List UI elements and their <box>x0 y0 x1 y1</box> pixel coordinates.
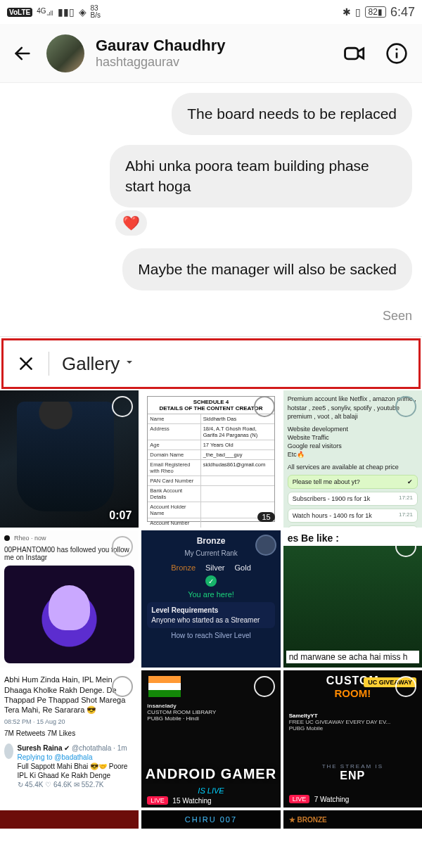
stream-subtitle: IS LIVE <box>141 786 280 795</box>
live-badge: LIVE <box>147 796 168 805</box>
clock: 6:47 <box>390 5 415 20</box>
signal-icon: ▮▮▯ <box>58 6 75 18</box>
stream-title: ANDROID GAMER <box>141 766 280 782</box>
message-list[interactable]: The board needs to be replaced Abhi unka… <box>0 83 422 306</box>
thumbnail-art <box>17 402 114 511</box>
media-thumbnail[interactable]: Premium account like Netflix , amazon pr… <box>283 390 422 528</box>
stream-info: insanelady CUSTOM ROOM LIBRARY PUBG Mobi… <box>147 703 216 722</box>
gallery-picker-header: Gallery <box>1 338 421 389</box>
avatar-icon <box>4 743 13 759</box>
media-thumbnail[interactable]: 0:07 <box>0 390 139 528</box>
form-preview: SCHEDULE 4 DETAILS OF THE CONTENT CREATO… <box>147 396 274 522</box>
gallery-source-label: Gallery <box>62 353 120 375</box>
check-icon: ✔ <box>407 478 413 486</box>
dot-icon <box>4 535 10 541</box>
username: hashtaggaurav <box>96 55 328 70</box>
svg-point-4 <box>395 48 397 50</box>
multi-count-badge: 15 <box>257 512 274 522</box>
display-name: Gaurav Chaudhry <box>96 37 328 55</box>
media-thumbnail[interactable] <box>0 810 139 829</box>
tweet-reply: Suresh Raina ✔ @chotathala · 1m Replying… <box>4 743 134 789</box>
chevron-down-icon <box>124 357 135 371</box>
select-ring-icon <box>112 396 133 417</box>
vibrate-icon: ▯ <box>355 6 361 18</box>
live-badge: LIVE <box>289 795 310 803</box>
flag-icon <box>148 676 181 697</box>
media-thumbnail[interactable]: Bronze My Current Rank Bronze Silver Gol… <box>141 530 280 668</box>
watch-count: 7 Watching <box>314 796 350 803</box>
chat-header: Gaurav Chaudhry hashtaggaurav <box>0 24 422 83</box>
check-circle-icon: ✓ <box>205 575 217 587</box>
select-ring-icon <box>254 676 275 697</box>
media-thumbnail[interactable]: CUSTOM ROOM! UC GIVEAWAY SameltyYT FREE … <box>283 670 422 808</box>
stream-info: SameltyYT FREE UC GIVEAWAY EVERY DAY EV.… <box>289 713 391 732</box>
requirements-card: Level Requirements Anyone who started as… <box>147 602 274 628</box>
meme-subtitle: nd marwane se acha hai miss h <box>286 651 419 663</box>
tweet-stats: 7M Retweets 7M Likes <box>4 729 134 738</box>
divider <box>0 336 422 337</box>
battery-indicator: 82▮ <box>365 6 386 18</box>
media-thumbnail[interactable]: es Be like : nd marwane se acha hai miss… <box>283 530 422 668</box>
media-grid[interactable]: 0:07 SCHEDULE 4 DETAILS OF THE CONTENT C… <box>0 390 422 829</box>
video-duration: 0:07 <box>109 509 132 522</box>
sent-message[interactable]: Abhi unka poora team building phase star… <box>110 145 412 208</box>
network-gen: 4G₊ıll <box>37 8 53 17</box>
volte-indicator: VoLTE <box>7 8 32 17</box>
chat-preview: Premium account like Netflix , amazon pr… <box>288 395 418 528</box>
status-bar: VoLTE 4G₊ıll ▮▮▯ ◈ 83B/s ✱ ▯ 82▮ 6:47 <box>0 0 422 24</box>
rank-title: Bronze <box>197 536 226 546</box>
svg-rect-1 <box>345 48 358 59</box>
select-ring-icon <box>254 396 275 417</box>
back-button[interactable] <box>10 41 35 66</box>
close-picker-button[interactable] <box>16 354 36 374</box>
here-label: You are here! <box>188 590 234 599</box>
select-ring-icon <box>395 536 416 557</box>
separator <box>49 352 49 376</box>
bluetooth-icon: ✱ <box>343 6 351 18</box>
sent-message[interactable]: Maybe the manager will also be sacked <box>122 248 412 291</box>
media-thumbnail[interactable]: ★ BRONZE <box>283 810 422 829</box>
wifi-icon: ◈ <box>79 6 87 18</box>
media-thumbnail[interactable]: Rheo · now 00PHANTOM00 has followed you … <box>0 530 139 668</box>
media-thumbnail[interactable]: SCHEDULE 4 DETAILS OF THE CONTENT CREATO… <box>141 390 280 528</box>
stream-pretitle: THE STREAM IS <box>283 763 422 770</box>
gallery-source-dropdown[interactable]: Gallery <box>62 353 135 375</box>
media-thumbnail[interactable]: Abhi Hum Zinda Hain, IPL Mein Dhaaga Kho… <box>0 670 139 808</box>
media-thumbnail[interactable]: CHIRU 007 <box>141 810 280 829</box>
watch-count: 15 Watching <box>172 797 211 805</box>
reaction-row: ❤️ <box>115 210 412 236</box>
select-ring-icon <box>255 535 276 556</box>
media-thumbnail[interactable]: insanelady CUSTOM ROOM LIBRARY PUBG Mobi… <box>141 670 280 808</box>
status-left: VoLTE 4G₊ıll ▮▮▯ ◈ 83B/s <box>7 5 101 19</box>
stream-title: ENP <box>283 770 422 782</box>
status-right: ✱ ▯ 82▮ 6:47 <box>343 5 415 20</box>
rank-tabs: Bronze Silver Gold <box>171 563 251 572</box>
profile-name-block[interactable]: Gaurav Chaudhry hashtaggaurav <box>96 37 328 70</box>
tweet-meta: 08:52 PM · 15 Aug 20 <box>4 718 134 727</box>
thumbnail-art <box>4 566 134 663</box>
net-speed: 83B/s <box>91 5 101 19</box>
avatar[interactable] <box>46 34 84 72</box>
how-link: How to reach Silver Level <box>171 632 250 639</box>
message-reaction[interactable]: ❤️ <box>115 210 147 236</box>
rank-subtitle: My Current Rank <box>184 549 238 557</box>
message-row: Maybe the manager will also be sacked <box>10 248 412 291</box>
video-call-button[interactable] <box>339 38 370 69</box>
seen-indicator: Seen <box>0 306 422 336</box>
sent-message[interactable]: The board needs to be replaced <box>172 93 412 135</box>
heart-icon: ❤️ <box>122 215 140 231</box>
info-button[interactable] <box>381 38 412 69</box>
message-row: The board needs to be replaced <box>10 93 412 135</box>
message-row: Abhi unka poora team building phase star… <box>10 145 412 208</box>
